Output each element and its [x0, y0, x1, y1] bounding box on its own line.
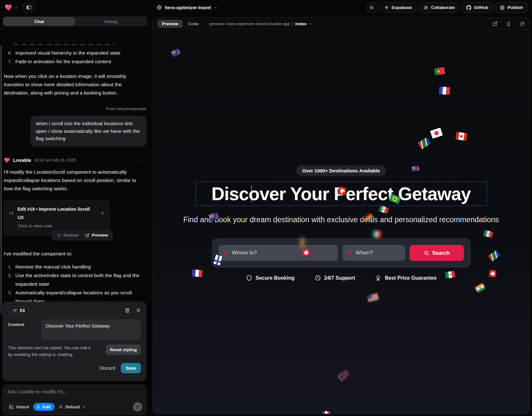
github-icon: [466, 5, 471, 10]
device-preview-button[interactable]: [506, 21, 511, 26]
styling-note: This element can't be styled. You can ed…: [8, 344, 91, 358]
publish-button[interactable]: Publish: [495, 2, 528, 13]
settings-button[interactable]: [366, 3, 377, 12]
assistant-paragraph: Now when you click on a location image, …: [4, 72, 146, 97]
url-host: preview--hero-optimizer-travel.lovable.a…: [210, 21, 290, 26]
list-item: Remove the manual click handling: [13, 262, 143, 271]
improvement-list: Improved visual hierarchy in the expande…: [4, 49, 146, 66]
message-more-button[interactable]: ···: [140, 156, 146, 164]
flag-fr-icon: [439, 87, 450, 95]
feature-support: 24/7 Support: [314, 275, 355, 281]
project-chevron-down-icon: [214, 6, 218, 10]
message-attribution: From harrymckayroper: [4, 105, 146, 113]
publish-globe-icon: [500, 5, 505, 10]
image-icon: [9, 405, 14, 410]
selected-h1-outline[interactable]: Discover Your Perfect Getaway: [196, 182, 487, 206]
hero-subtitle: Find and book your dream destination wit…: [153, 216, 529, 224]
github-button[interactable]: GitHub: [462, 2, 493, 13]
flag-mx-icon: [371, 230, 382, 238]
content-field-label: Content: [8, 319, 41, 340]
preview-label: Preview: [92, 231, 108, 239]
search-label: Search: [432, 250, 450, 256]
when-input-wrap: [343, 245, 405, 261]
publish-label: Publish: [507, 5, 523, 10]
text-style-icon: тT: [12, 308, 17, 313]
where-input[interactable]: [232, 250, 334, 256]
close-inspector-button[interactable]: [136, 308, 141, 313]
assistant-paragraph: I've modified the component to:: [4, 250, 146, 258]
edit-card-subtitle: Click to view code: [18, 223, 105, 229]
logo-chevron-down-icon[interactable]: [14, 6, 18, 10]
search-icon: [424, 250, 429, 256]
flag-mx-icon: [483, 230, 493, 238]
collaborate-button[interactable]: Collaborate: [419, 2, 459, 13]
flag-za-icon: [488, 250, 501, 261]
user-message-bubble: when i scroll into the individual locati…: [30, 116, 146, 147]
reset-styling-button[interactable]: Reset styling: [106, 344, 141, 355]
flag-us-icon: [367, 293, 379, 302]
project-globe-icon: [157, 5, 162, 10]
hero-heading[interactable]: Discover Your Perfect Getaway: [212, 183, 471, 204]
hero-section: Over 1000+ Destinations Available Discov…: [153, 30, 529, 414]
tab-code[interactable]: Code: [188, 21, 199, 26]
project-switcher[interactable]: hero-optimizer-travel: [157, 0, 218, 15]
sidebar-toggle-button[interactable]: [23, 3, 34, 12]
assistant-paragraph: I'll modify the LocationScroll component…: [4, 168, 146, 193]
lovable-avatar-heart-icon: [4, 157, 10, 163]
sidebar-scrollbar[interactable]: [1, 45, 2, 314]
list-item: Fade-in animation for the expanded conte…: [13, 57, 146, 66]
edit-mode-label: Edit: [42, 405, 51, 409]
element-tag-pill: тT h1: [8, 306, 30, 314]
feature-price-guarantee: Best Price Guarantee: [375, 275, 436, 281]
search-bar: Search: [212, 238, 471, 268]
url-separator: /: [292, 21, 293, 26]
send-button[interactable]: [133, 402, 142, 412]
preview-url[interactable]: preview--hero-optimizer-travel.lovable.a…: [210, 21, 312, 26]
open-in-new-tab-button[interactable]: [492, 21, 498, 26]
map-pin-icon: [223, 250, 229, 256]
search-button[interactable]: Search: [410, 245, 464, 261]
restore-preview-pill: Restore Preview: [52, 231, 113, 240]
flag-nz-icon: [171, 48, 181, 57]
preview-edit-button[interactable]: Preview: [82, 231, 111, 239]
rotate-ccw-icon: [57, 233, 61, 238]
calendar-icon: [347, 250, 352, 256]
restore-button[interactable]: Restore: [54, 231, 82, 239]
edit-code-card[interactable]: Edit #18 • Improve Location Scroll UX Cl…: [4, 200, 110, 236]
clipped-message-line: [13, 44, 116, 45]
flag-nz-icon: [411, 165, 420, 172]
tab-chat[interactable]: Chat: [3, 17, 75, 26]
tab-history[interactable]: History: [75, 17, 147, 26]
url-page: index: [295, 21, 306, 26]
when-input[interactable]: [356, 250, 401, 256]
discard-button[interactable]: Discard: [99, 366, 115, 371]
where-input-wrap: [219, 245, 338, 261]
composer-input[interactable]: [7, 389, 142, 395]
edit-mode-pill[interactable]: Edit: [33, 403, 55, 411]
flag-in-icon: [475, 283, 486, 293]
element-tag-label: h1: [20, 308, 25, 313]
lovable-logo-icon[interactable]: [4, 4, 12, 11]
content-field[interactable]: Discover Your Perfect Getaway: [41, 319, 141, 340]
attach-button[interactable]: Attach: [7, 403, 31, 411]
save-button[interactable]: Save: [121, 363, 141, 373]
chat-composer: Attach Edit Default: [3, 385, 146, 415]
clock-icon: [314, 275, 321, 281]
edit-card-title: Edit #18 • Improve Location Scroll UX: [18, 205, 96, 222]
flag-mx-icon: [379, 205, 389, 214]
flag-fr-icon: [322, 411, 330, 414]
feature-label: Secure Booking: [256, 275, 295, 281]
flag-ca-icon: [455, 132, 467, 141]
tab-preview[interactable]: Preview: [158, 20, 183, 28]
supabase-bolt-icon: [384, 5, 389, 10]
mode-selector[interactable]: Default: [57, 403, 87, 411]
flag-pt-icon: [434, 67, 445, 75]
destinations-badge: Over 1000+ Destinations Available: [296, 165, 386, 176]
delete-element-button[interactable]: [125, 308, 130, 313]
supabase-label: Supabase: [391, 5, 412, 10]
feature-label: 24/7 Support: [324, 275, 355, 281]
chevron-right-icon: [100, 211, 105, 216]
supabase-button[interactable]: Supabase: [380, 2, 416, 13]
flag-glow-decoration: [299, 237, 306, 251]
refresh-button[interactable]: [520, 21, 525, 26]
